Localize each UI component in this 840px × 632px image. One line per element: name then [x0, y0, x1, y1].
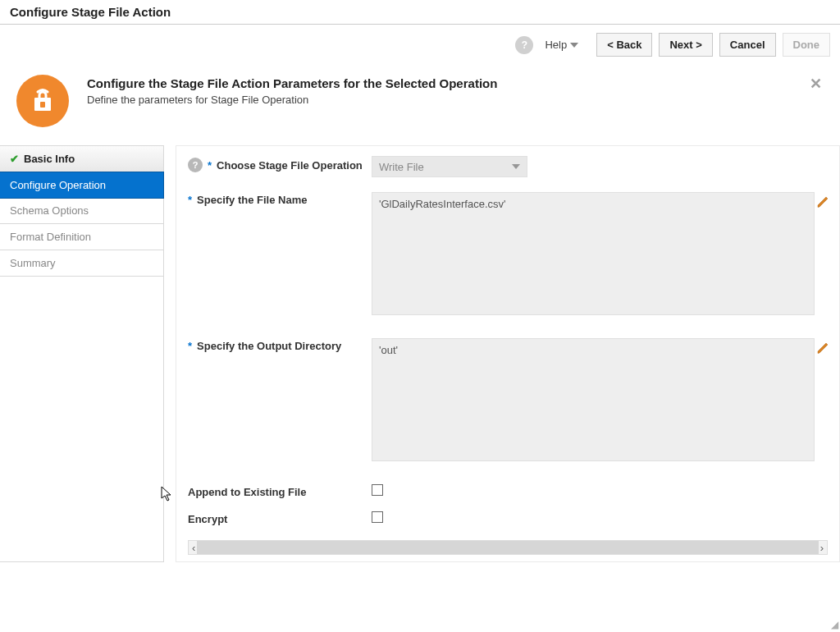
- close-icon[interactable]: ✕: [810, 75, 822, 93]
- nav-item-schema-options[interactable]: Schema Options: [0, 198, 163, 224]
- scroll-left-icon[interactable]: ‹: [190, 542, 197, 554]
- required-star-icon: *: [188, 340, 192, 352]
- append-checkbox[interactable]: [372, 484, 383, 496]
- done-button: Done: [783, 33, 831, 57]
- nav-item-configure-operation[interactable]: Configure Operation: [0, 172, 164, 199]
- edit-output-dir-button[interactable]: [816, 340, 828, 357]
- file-name-expression-box[interactable]: 'GlDailyRatesInterface.csv': [372, 192, 815, 315]
- stage-file-icon: [16, 75, 69, 127]
- help-icon[interactable]: ?: [188, 158, 203, 172]
- scrollbar-thumb[interactable]: [197, 541, 818, 554]
- operation-select[interactable]: Write File: [372, 156, 527, 177]
- output-dir-value: 'out': [379, 344, 398, 356]
- scroll-right-icon[interactable]: ›: [819, 542, 825, 554]
- label-output-dir: Specify the Output Directory: [197, 340, 341, 352]
- output-dir-expression-box[interactable]: 'out': [372, 338, 815, 461]
- page-subtitle: Define the parameters for Stage File Ope…: [87, 94, 824, 106]
- horizontal-scrollbar[interactable]: ‹ ›: [188, 540, 828, 555]
- nav-item-format-definition[interactable]: Format Definition: [0, 224, 163, 250]
- required-star-icon: *: [208, 159, 212, 172]
- nav-item-label: Basic Info: [24, 153, 75, 165]
- file-name-value: 'GlDailyRatesInterface.csv': [379, 198, 506, 210]
- row-operation: ? * Choose Stage File Operation Write Fi…: [188, 156, 828, 177]
- nav-item-basic-info[interactable]: ✔ Basic Info: [0, 146, 163, 172]
- resize-grip-icon: ◢: [831, 619, 838, 630]
- cancel-button[interactable]: Cancel: [719, 33, 776, 57]
- nav-item-summary[interactable]: Summary: [0, 250, 163, 277]
- operation-select-value: Write File: [379, 161, 424, 173]
- label-file-name: Specify the File Name: [197, 194, 307, 206]
- help-label: Help: [545, 39, 567, 51]
- nav-item-label: Configure Operation: [10, 179, 106, 191]
- encrypt-checkbox[interactable]: [372, 511, 383, 523]
- next-button[interactable]: Next >: [659, 33, 712, 57]
- nav-item-label: Format Definition: [10, 231, 91, 243]
- row-encrypt: Encrypt: [188, 511, 828, 525]
- help-menu[interactable]: Help: [545, 39, 578, 51]
- label-append: Append to Existing File: [188, 486, 306, 498]
- status-circle-icon: ?: [515, 36, 533, 54]
- page-header: Configure the Stage File Action Paramete…: [0, 65, 840, 145]
- row-output-dir: * Specify the Output Directory 'out': [188, 338, 828, 461]
- svg-rect-1: [40, 102, 45, 108]
- back-button[interactable]: < Back: [596, 33, 652, 57]
- wizard-nav: ✔ Basic Info Configure Operation Schema …: [0, 145, 164, 562]
- check-icon: ✔: [10, 153, 19, 165]
- toolbar: ? Help < Back Next > Cancel Done: [0, 24, 840, 65]
- scrollbar-track[interactable]: [197, 541, 818, 554]
- nav-item-label: Schema Options: [10, 204, 89, 217]
- chevron-down-icon: [512, 164, 520, 169]
- edit-file-name-button[interactable]: [816, 194, 828, 211]
- dialog-title: Configure Stage File Action: [0, 0, 840, 24]
- label-operation: Choose Stage File Operation: [217, 159, 363, 172]
- row-append: Append to Existing File: [188, 484, 828, 498]
- nav-item-label: Summary: [10, 257, 56, 269]
- label-encrypt: Encrypt: [188, 513, 227, 525]
- page-title: Configure the Stage File Action Paramete…: [87, 76, 824, 90]
- chevron-down-icon: [570, 43, 578, 48]
- required-star-icon: *: [188, 194, 192, 206]
- content-panel: ? * Choose Stage File Operation Write Fi…: [176, 145, 840, 562]
- row-file-name: * Specify the File Name 'GlDailyRatesInt…: [188, 192, 828, 315]
